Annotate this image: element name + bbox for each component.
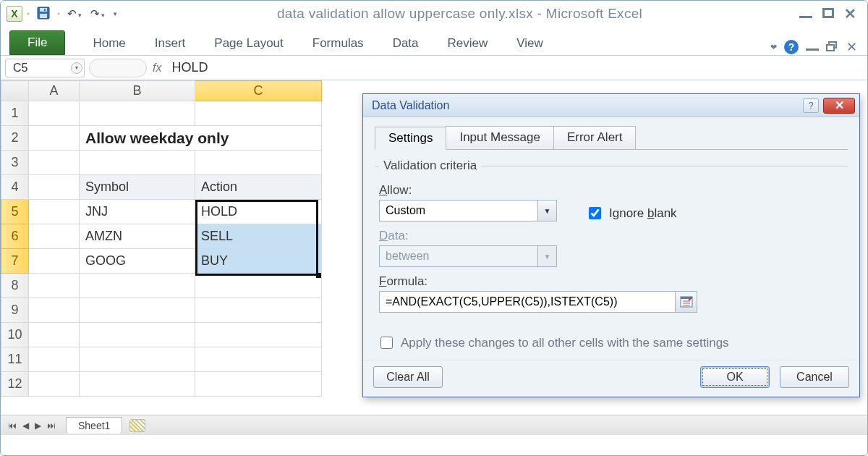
close-button[interactable]: ✕	[844, 5, 856, 22]
ignore-blank-checkbox[interactable]: Ignore blank	[586, 205, 677, 221]
sheet-title: Allow weekday only	[80, 126, 322, 151]
new-sheet-icon[interactable]	[129, 419, 145, 432]
row-header[interactable]: 12	[1, 372, 29, 397]
clear-all-button[interactable]: Clear All	[373, 366, 443, 388]
name-box-dropdown-icon[interactable]: ▾	[71, 62, 82, 74]
window-controls: ✕	[799, 5, 867, 22]
formula-bar: C5 ▾ fx ▾	[1, 56, 867, 80]
maximize-button[interactable]	[822, 5, 834, 22]
tab-insert[interactable]: Insert	[140, 32, 200, 55]
title-bar: X ↶ ↷ ▾ data validation allow uppercase …	[1, 1, 867, 27]
tab-view[interactable]: View	[502, 32, 558, 55]
tab-nav-first-icon[interactable]: ⏮	[5, 421, 20, 431]
app-restore-icon[interactable]	[826, 41, 839, 53]
minimize-button[interactable]	[799, 5, 812, 22]
formula-field[interactable]	[379, 291, 676, 313]
cell[interactable]: JNJ	[80, 200, 195, 224]
dialog-tab-settings[interactable]: Settings	[375, 127, 446, 150]
ribbon-minimize-icon[interactable]: ❤	[770, 43, 777, 52]
cell[interactable]: Action	[195, 175, 322, 200]
dialog-help-icon[interactable]: ?	[803, 98, 819, 113]
tab-nav-last-icon[interactable]: ⏭	[44, 421, 59, 431]
row-header[interactable]: 11	[1, 347, 29, 372]
col-header-c[interactable]: C	[195, 81, 322, 101]
tab-data[interactable]: Data	[378, 32, 433, 55]
tab-home[interactable]: Home	[78, 32, 140, 55]
allow-label: AAllow:llow:	[379, 183, 557, 198]
tab-page-layout[interactable]: Page Layout	[200, 32, 297, 55]
apply-all-label: Apply these changes to all other cells w…	[401, 336, 729, 350]
data-label: Data:	[379, 229, 843, 243]
apply-all-checkbox[interactable]: Apply these changes to all other cells w…	[378, 334, 848, 351]
dialog-titlebar[interactable]: Data Validation ? ✕	[363, 94, 859, 117]
allow-combobox[interactable]: ▼	[379, 200, 557, 221]
validation-criteria-legend: Validation criteria	[379, 159, 481, 173]
row-header[interactable]: 6	[1, 224, 29, 249]
tab-nav-next-icon[interactable]: ▶	[32, 421, 44, 431]
cell[interactable]: SELL	[195, 224, 322, 249]
dialog-tab-input-message[interactable]: Input Message	[446, 126, 554, 149]
row-header[interactable]: 8	[1, 274, 29, 298]
data-combobox: ▼	[379, 245, 557, 267]
redo-button[interactable]: ↷	[88, 6, 108, 22]
data-value	[379, 245, 538, 267]
app-close-icon[interactable]: ✕	[846, 39, 857, 55]
excel-icon[interactable]: X	[7, 6, 22, 22]
ignore-blank-input[interactable]	[589, 207, 601, 219]
help-icon[interactable]: ?	[784, 40, 799, 54]
dialog-tab-error-alert[interactable]: Error Alert	[553, 126, 637, 149]
data-validation-dialog: Data Validation ? ✕ Settings Input Messa…	[362, 93, 860, 397]
sheet-tab-bar: ⏮ ◀ ▶ ⏭ Sheet1	[1, 415, 867, 435]
window-title: data validation allow uppercase only.xls…	[120, 6, 799, 22]
allow-value[interactable]	[379, 200, 538, 221]
svg-rect-1	[40, 8, 47, 12]
dialog-title: Data Validation	[372, 99, 449, 112]
svg-rect-2	[40, 14, 47, 18]
app-minimize-icon[interactable]	[806, 41, 819, 54]
ok-button[interactable]: OK	[700, 366, 770, 388]
cell[interactable]: HOLD	[195, 200, 322, 224]
formula-label: Formula:	[379, 274, 843, 289]
row-header[interactable]: 9	[1, 298, 29, 323]
row-header[interactable]: 5	[1, 200, 29, 224]
ribbon: File Home Insert Page Layout Formulas Da…	[1, 27, 867, 56]
fx-buttons[interactable]	[89, 59, 147, 77]
cancel-button[interactable]: Cancel	[780, 366, 849, 388]
save-button[interactable]	[34, 5, 53, 23]
range-selector-icon[interactable]	[676, 291, 697, 313]
dialog-close-icon[interactable]: ✕	[823, 98, 855, 114]
file-tab[interactable]: File	[9, 30, 65, 55]
row-header[interactable]: 1	[1, 101, 29, 126]
row-header[interactable]: 2	[1, 126, 29, 151]
row-header[interactable]: 4	[1, 175, 29, 200]
tab-nav-prev-icon[interactable]: ◀	[20, 421, 32, 431]
undo-button[interactable]: ↶	[64, 6, 85, 22]
tab-review[interactable]: Review	[433, 32, 503, 55]
col-header-a[interactable]: A	[29, 81, 80, 101]
row-header[interactable]: 10	[1, 323, 29, 347]
allow-dropdown-icon[interactable]: ▼	[538, 200, 557, 221]
select-all-corner[interactable]	[1, 81, 29, 101]
fill-handle[interactable]	[316, 273, 321, 278]
quick-access-toolbar: X ↶ ↷ ▾	[1, 4, 120, 24]
name-box[interactable]: C5 ▾	[5, 59, 85, 77]
qat-customize[interactable]: ▾	[111, 9, 120, 19]
row-header[interactable]: 7	[1, 249, 29, 274]
svg-rect-3	[44, 9, 46, 11]
sheet-tab[interactable]: Sheet1	[66, 417, 122, 434]
cell[interactable]: AMZN	[80, 224, 195, 249]
cell[interactable]: BUY	[195, 249, 322, 274]
dialog-tabs: Settings Input Message Error Alert	[375, 126, 848, 150]
fx-label[interactable]: fx	[153, 62, 161, 75]
cell[interactable]: GOOG	[80, 249, 195, 274]
cell[interactable]: Symbol	[80, 175, 195, 200]
apply-all-input[interactable]	[380, 337, 393, 349]
data-dropdown-icon: ▼	[538, 245, 557, 267]
col-header-b[interactable]: B	[80, 81, 195, 101]
row-header[interactable]: 3	[1, 151, 29, 175]
formula-input[interactable]	[169, 59, 867, 77]
name-box-value: C5	[13, 62, 27, 75]
tab-formulas[interactable]: Formulas	[298, 32, 378, 55]
